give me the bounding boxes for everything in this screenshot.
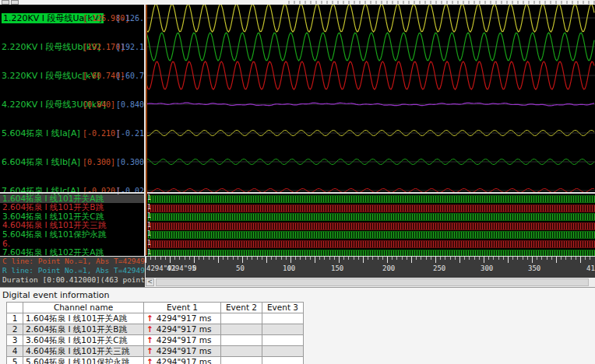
digital-state-bar[interactable] [148, 213, 595, 221]
cursor-value-rel: [0.840] [116, 100, 143, 110]
digital-channel-label[interactable]: 4.604拓泉 I 线101开关三跳 [0, 221, 144, 229]
event1-cell: ↑4294"917 ms [144, 335, 221, 346]
event-channel-name: 5.604拓泉 I 线101保护永跳 [23, 357, 144, 364]
digital-state-value: 1 [147, 213, 151, 219]
event3-cell [262, 357, 304, 364]
cursor-line[interactable] [146, 5, 147, 255]
waveform-viewer-window: 1.220KV I 段母线Ua[kV][-126.980][-126.980]2… [0, 0, 595, 364]
time-ruler[interactable]: 4294"914294"9505010015020025030035041 [146, 257, 595, 278]
event1-time: 4294"917 ms [157, 324, 212, 334]
time-tick-label: 200 [382, 264, 395, 272]
event-table-header: Channel nameEvent 1Event 2Event 3 [7, 303, 304, 313]
top-ruler-fragment [288, 1, 595, 4]
digital-state-value: 1 [147, 231, 151, 237]
event-table-row[interactable]: 11.604拓泉 I 线101开关A跳↑4294"917 ms [7, 313, 304, 324]
event-channel-name: 3.604拓泉 I 线101开关C跳 [23, 335, 144, 346]
analog-channel-row[interactable]: 5.604拓泉 I 线Ia[A][-0.210][-0.210] [0, 128, 144, 138]
scrollbar-thumb[interactable] [156, 278, 589, 286]
event-channel-name: 4.604拓泉 I 线101开关三跳 [23, 346, 144, 357]
time-tick-label: 350 [528, 264, 540, 272]
event2-cell [221, 346, 262, 357]
digital-state-value: 1 [147, 195, 151, 201]
cursor-value-rel: [0.300] [116, 157, 143, 167]
rising-edge-arrow-icon: ↑ [146, 313, 153, 323]
event1-cell: ↑4294"917 ms [144, 313, 221, 324]
time-tick-label: 300 [481, 264, 493, 272]
analog-channel-row[interactable]: 1.220KV I 段母线Ua[kV][-126.980][-126.980] [0, 13, 144, 23]
time-tick-label: 150 [331, 264, 343, 272]
event-table-row[interactable]: 44.604拓泉 I 线101开关三跳↑4294"917 ms [7, 346, 304, 357]
event-table-column-header: Event 2 [221, 303, 262, 313]
event-row-number: 1 [7, 313, 23, 324]
event-channel-name: 2.604拓泉 I 线101开关B跳 [23, 324, 144, 335]
event1-cell: ↑4294"917 ms [144, 346, 221, 357]
time-tick-label: 50 [236, 264, 245, 272]
channel-label-panel: 1.220KV I 段母线Ua[kV][-126.980][-126.980]2… [0, 5, 144, 257]
rising-edge-arrow-icon: ↑ [146, 346, 153, 355]
analog-channel-row[interactable]: 4.220KV I 段母线3U0[kV][0.840][0.840] [0, 100, 144, 110]
event2-cell [221, 313, 262, 324]
analog-digital-divider[interactable] [0, 192, 595, 194]
event-table-row[interactable]: 55.604拓泉 I 线101保护永跳↑4294"917 ms [7, 357, 304, 364]
digital-state-bar[interactable] [148, 195, 595, 203]
event-table-column-header: Channel name [23, 303, 144, 313]
time-tick-label: 41 [586, 264, 595, 272]
digital-channel-label[interactable]: 6. [0, 240, 144, 248]
analog-channel-row[interactable]: 2.220KV I 段母线Ub[kV][192.170][192.170] [0, 42, 144, 52]
digital-state-bar[interactable] [148, 205, 595, 212]
digital-channel-label[interactable]: 5.604拓泉 I 线101保护永跳 [0, 230, 144, 239]
digital-state-value: 1 [147, 222, 151, 229]
event2-cell [221, 324, 262, 335]
event3-cell [262, 324, 304, 335]
digital-channel-label[interactable]: 3.604拓泉 I 线101开关C跳 [0, 212, 144, 221]
analog-channel-row[interactable]: 3.220KV I 段母线Uc[kV][-60.740][-60.740] [0, 71, 144, 81]
digital-state-bar[interactable] [148, 222, 595, 230]
analog-channel-row[interactable]: 6.604拓泉 I 线Ib[A][0.300][0.300] [0, 157, 144, 167]
digital-state-bar[interactable] [148, 240, 595, 248]
cursor-value-rel: [-60.740] [116, 71, 143, 81]
scrollbar-left-arrow-icon[interactable]: < [146, 278, 154, 286]
event-table-column-header: Event 3 [262, 303, 304, 313]
cursor-value-rel: [-126.980] [116, 13, 143, 23]
rising-edge-arrow-icon: ↑ [146, 335, 153, 345]
cursor-value-abs: [-0.210] [83, 128, 115, 138]
event-row-number: 5 [7, 357, 23, 364]
cursor-value-rel: [192.170] [116, 42, 143, 52]
analog-waveform-plot[interactable] [146, 5, 595, 192]
cursor-value-abs: [0.840] [83, 100, 115, 110]
event2-cell [221, 335, 262, 346]
rising-edge-arrow-icon: ↑ [146, 357, 153, 364]
event2-cell [221, 357, 262, 364]
cursor-value-abs: [0.300] [83, 157, 115, 167]
digital-event-table: Channel nameEvent 1Event 2Event 3 11.604… [6, 302, 304, 364]
cursor-value-abs: [-126.980] [83, 13, 115, 23]
time-tick-label: 250 [433, 264, 445, 272]
digital-event-panel: Digital event information Channel nameEv… [0, 288, 595, 364]
digital-channel-label[interactable]: 2.604拓泉 I 线101开关B跳 [0, 203, 144, 212]
digital-state-value: 1 [147, 205, 151, 211]
digital-channel-label[interactable]: 1.604拓泉 I 线101开关A跳 [0, 194, 144, 203]
duration-status: Duration [0:00.412000](463 points) [0, 275, 145, 285]
event3-cell [262, 313, 304, 324]
c-line-status: C line: Point No.=1, Abs T=4294917ms, Re… [0, 257, 145, 266]
event-row-number: 3 [7, 335, 23, 346]
cursor-status-box: C line: Point No.=1, Abs T=4294917ms, Re… [0, 257, 145, 287]
analog-channel-label[interactable]: 5.604拓泉 I 线Ia[A] [2, 128, 80, 138]
cursor-value-abs: [-60.740] [83, 71, 115, 81]
event3-cell [262, 346, 304, 357]
digital-state-value: 1 [147, 250, 151, 256]
event-table-row[interactable]: 33.604拓泉 I 线101开关C跳↑4294"917 ms [7, 335, 304, 346]
event-channel-name: 1.604拓泉 I 线101开关A跳 [23, 313, 144, 324]
rising-edge-arrow-icon: ↑ [146, 324, 153, 334]
horizontal-scrollbar[interactable]: < [145, 278, 595, 287]
event-row-number: 4 [7, 346, 23, 357]
time-tick-label: 0 [192, 264, 196, 272]
event3-cell [262, 335, 304, 346]
event-table-column-header: Event 1 [144, 303, 221, 313]
event1-time: 4294"917 ms [157, 346, 212, 355]
event-table-row[interactable]: 22.604拓泉 I 线101开关B跳↑4294"917 ms [7, 324, 304, 335]
analog-channel-label[interactable]: 6.604拓泉 I 线Ib[A] [2, 157, 80, 167]
event-row-number: 2 [7, 324, 23, 335]
cursor-value-abs: [192.170] [83, 42, 115, 52]
digital-state-bar[interactable] [148, 231, 595, 239]
